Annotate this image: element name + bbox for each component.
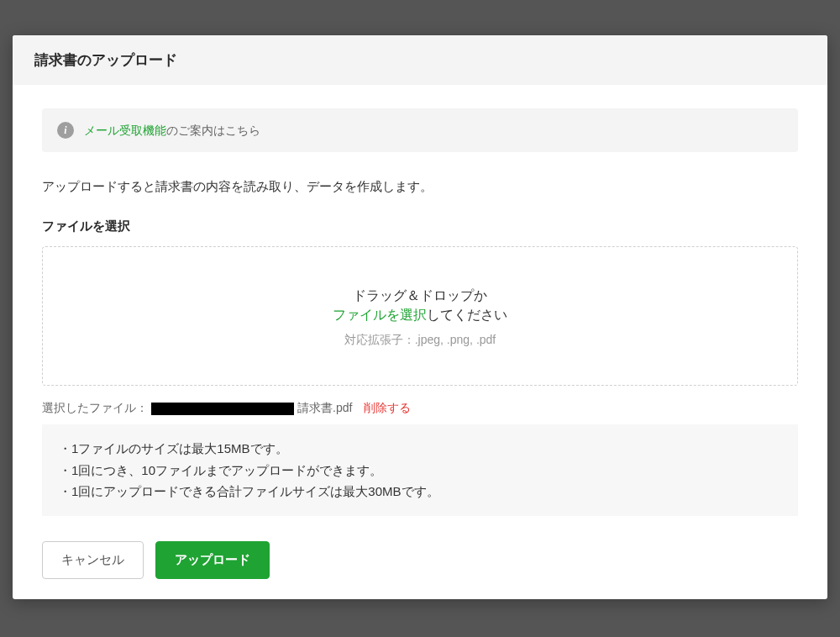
info-icon: i — [57, 122, 74, 139]
upload-description: アップロードすると請求書の内容を読み取り、データを作成します。 — [42, 179, 798, 195]
upload-invoice-modal: 請求書のアップロード i メール受取機能のご案内はこちら アップロードすると請求… — [13, 35, 827, 599]
selected-file-suffix: 請求書.pdf — [297, 401, 352, 416]
modal-header: 請求書のアップロード — [13, 35, 827, 85]
dropzone-extensions: 対応拡張子：.jpeg, .png, .pdf — [60, 333, 780, 348]
rule-item: ・1ファイルのサイズは最大15MBです。 — [59, 438, 781, 460]
selected-file-row: 選択したファイル： 請求書.pdf 削除する — [42, 401, 798, 416]
upload-button[interactable]: アップロード — [155, 541, 270, 579]
mail-receive-info-banner[interactable]: i メール受取機能のご案内はこちら — [42, 108, 798, 152]
modal-footer: キャンセル アップロード — [13, 516, 827, 599]
modal-title: 請求書のアップロード — [34, 50, 806, 70]
selected-file-redacted — [151, 403, 294, 415]
mail-receive-link[interactable]: メール受取機能 — [84, 124, 166, 137]
modal-body: i メール受取機能のご案内はこちら アップロードすると請求書の内容を読み取り、デ… — [13, 85, 827, 516]
delete-file-link[interactable]: 削除する — [364, 401, 411, 416]
upload-rules: ・1ファイルのサイズは最大15MBです。 ・1回につき、10ファイルまでアップロ… — [42, 424, 798, 516]
dropzone-line2-rest: してください — [427, 308, 507, 322]
info-banner-text: メール受取機能のご案内はこちら — [84, 123, 260, 139]
rule-item: ・1回につき、10ファイルまでアップロードができます。 — [59, 460, 781, 482]
cancel-button[interactable]: キャンセル — [42, 541, 144, 579]
dropzone-line1: ドラッグ＆ドロップか — [60, 287, 780, 305]
file-dropzone[interactable]: ドラッグ＆ドロップか ファイルを選択してください 対応拡張子：.jpeg, .p… — [42, 246, 798, 386]
info-banner-rest: のご案内はこちら — [166, 124, 260, 137]
file-select-label: ファイルを選択 — [42, 218, 798, 234]
rule-item: ・1回にアップロードできる合計ファイルサイズは最大30MBです。 — [59, 481, 781, 503]
selected-file-label: 選択したファイル： — [42, 401, 148, 416]
dropzone-line2: ファイルを選択してください — [60, 307, 780, 324]
file-select-link[interactable]: ファイルを選択 — [333, 308, 427, 322]
